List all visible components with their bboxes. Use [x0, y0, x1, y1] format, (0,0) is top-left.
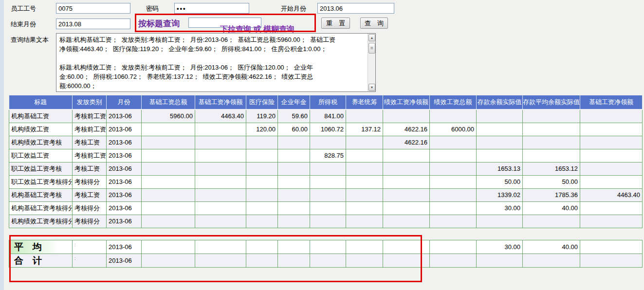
table-cell	[195, 149, 246, 162]
table-cell: 考核得分	[73, 201, 107, 215]
table-cell	[246, 188, 278, 201]
table-cell	[195, 215, 246, 228]
table-cell: 考核前工资	[73, 109, 107, 123]
table-cell	[246, 175, 278, 188]
scrollbar-thumb[interactable]: ≡	[368, 43, 375, 54]
table-cell	[430, 188, 477, 201]
result-scrollbar[interactable]: ▲ ≡ ▼	[368, 34, 375, 91]
employee-id-input[interactable]	[56, 3, 130, 14]
table-cell: 考核得分	[73, 175, 107, 188]
column-header[interactable]: 企业年金	[278, 95, 310, 109]
reset-button[interactable]: 重 置	[321, 18, 350, 29]
summary-table-body: 平 均:2013-0630.0040.00合 计:2013-06	[9, 240, 643, 268]
table-cell	[580, 149, 643, 162]
table-cell	[195, 254, 246, 268]
column-header[interactable]: 养老统筹	[346, 95, 383, 109]
table-cell: 59.60	[278, 109, 310, 123]
table-cell: 机构基础工资	[9, 109, 73, 123]
table-cell: 5960.00	[142, 109, 195, 123]
table-row[interactable]: 机构基础工资考核考核工资2013-061339.021785.364463.40	[9, 188, 643, 201]
table-row[interactable]: 机构绩效工资考核前工资2013-06120.0060.001060.72137.…	[9, 123, 643, 136]
table-cell: 1785.36	[523, 188, 580, 201]
start-month-label: 开始月份	[281, 4, 306, 13]
table-cell: 机构绩效工资考核	[9, 136, 73, 149]
table-cell	[580, 123, 643, 136]
table-cell: 4622.16	[383, 136, 430, 149]
table-cell: 120.00	[246, 123, 278, 136]
table-cell: 职工效益工资	[9, 149, 73, 162]
table-cell	[346, 136, 383, 149]
table-cell: 60.00	[278, 123, 310, 136]
scroll-down-icon[interactable]: ▼	[368, 84, 375, 91]
table-cell	[383, 149, 430, 162]
table-cell	[430, 201, 477, 215]
table-cell	[383, 109, 430, 123]
table-cell	[346, 240, 383, 254]
end-month-input[interactable]	[56, 18, 130, 29]
table-cell: 828.75	[310, 149, 346, 162]
scroll-up-icon[interactable]: ▲	[368, 34, 375, 41]
start-month-input[interactable]	[317, 3, 394, 14]
table-cell	[142, 201, 195, 215]
table-cell: 2013-06	[107, 254, 142, 268]
password-input[interactable]	[174, 3, 249, 14]
table-cell: :	[73, 254, 107, 268]
table-cell: 4463.40	[580, 188, 643, 201]
summary-row-average[interactable]: 平 均:2013-0630.0040.00	[9, 240, 643, 254]
column-header[interactable]: 发放类别	[73, 95, 107, 109]
table-cell: 考核得分	[73, 215, 107, 228]
column-header[interactable]: 基础工资总额	[142, 95, 195, 109]
table-cell	[430, 254, 477, 268]
table-row[interactable]: 职工效益工资考核考核工资2013-061653.131653.12	[9, 162, 643, 175]
table-cell: 2013-06	[107, 162, 142, 175]
table-row[interactable]: 机构绩效工资考核得分考核得分2013-06	[9, 215, 643, 228]
results-table: 标题发放类别月份基础工资总额基础工资净领额医疗保险企业年金所得税养老统筹绩效工资…	[9, 95, 643, 228]
table-cell	[523, 215, 580, 228]
table-cell	[195, 123, 246, 136]
table-cell	[383, 201, 430, 215]
table-cell: 2013-06	[107, 136, 142, 149]
table-cell: 考核前工资	[73, 149, 107, 162]
table-cell: 4463.40	[195, 109, 246, 123]
summary-table: 平 均:2013-0630.0040.00合 计:2013-06	[9, 240, 643, 268]
column-header[interactable]: 存款余额实际值	[477, 95, 523, 109]
column-header[interactable]: 标题	[9, 95, 73, 109]
query-button[interactable]: 查 询	[360, 18, 388, 29]
table-cell	[142, 254, 195, 268]
table-cell	[246, 215, 278, 228]
column-header[interactable]: 存款平均余额实际值	[523, 95, 580, 109]
column-header[interactable]: 绩效工资净领额	[383, 95, 430, 109]
result-textarea[interactable]: 标题:机构基础工资； 发放类别:考核前工资； 月份:2013-06； 基础工资总…	[56, 33, 376, 92]
table-cell	[523, 136, 580, 149]
table-cell: 137.12	[346, 123, 383, 136]
table-cell	[310, 175, 346, 188]
table-cell: 2013-06	[107, 175, 142, 188]
end-month-label: 结束月份	[11, 20, 36, 29]
summary-row-total[interactable]: 合 计:2013-06	[9, 254, 643, 268]
table-cell: 2013-06	[107, 201, 142, 215]
table-cell	[346, 109, 383, 123]
table-row[interactable]: 职工效益工资考核得分考核得分2013-0650.0050.00	[9, 175, 643, 188]
table-cell	[278, 188, 310, 201]
table-cell: 机构绩效工资考核得分	[9, 215, 73, 228]
table-cell	[278, 240, 310, 254]
column-header[interactable]: 基础工资净领额	[580, 95, 643, 109]
table-cell	[310, 215, 346, 228]
table-cell	[346, 215, 383, 228]
column-header[interactable]: 月份	[107, 95, 142, 109]
table-cell	[142, 188, 195, 201]
table-cell: 40.00	[523, 201, 580, 215]
table-row[interactable]: 机构基础工资考核得分考核得分2013-0630.0040.00	[9, 201, 643, 215]
table-cell	[142, 123, 195, 136]
column-header[interactable]: 所得税	[310, 95, 346, 109]
column-header[interactable]: 基础工资净领额	[195, 95, 246, 109]
table-cell	[310, 162, 346, 175]
table-cell	[430, 162, 477, 175]
table-row[interactable]: 机构绩效工资考核考核工资2013-064622.16	[9, 136, 643, 149]
table-row[interactable]: 机构基础工资考核前工资2013-065960.004463.40119.2059…	[9, 109, 643, 123]
table-cell	[278, 215, 310, 228]
column-header[interactable]: 医疗保险	[246, 95, 278, 109]
table-cell	[580, 254, 643, 268]
table-row[interactable]: 职工效益工资考核前工资2013-06828.75	[9, 149, 643, 162]
column-header[interactable]: 绩效工资总额	[430, 95, 477, 109]
